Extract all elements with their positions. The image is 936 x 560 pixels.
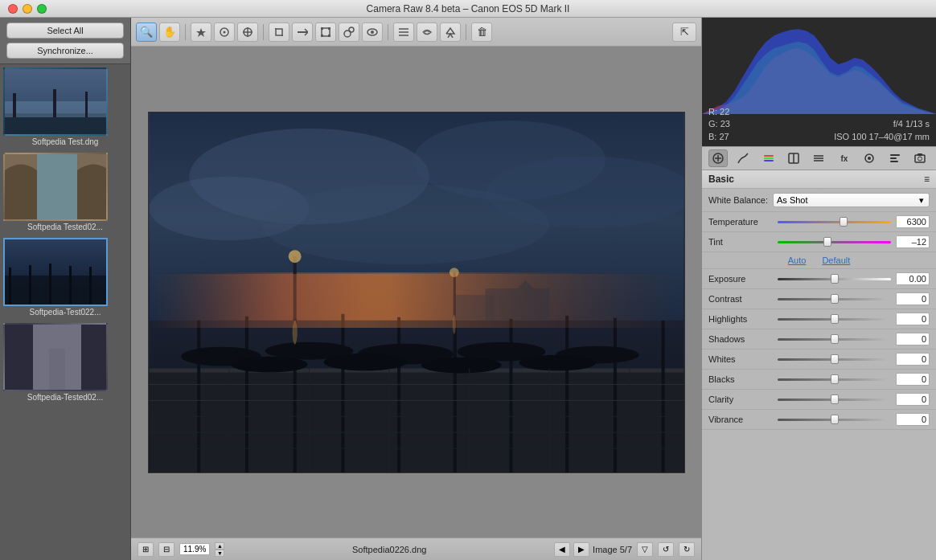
filmstrip-scroll[interactable]: Softpedia Test.dng Softpedia Tested02... — [0, 64, 130, 560]
presets-button[interactable] — [885, 149, 905, 167]
contrast-slider[interactable] — [778, 293, 891, 305]
app-title: Camera Raw 8.4 beta – Canon EOS 5D Mark … — [367, 3, 570, 14]
svg-rect-32 — [328, 35, 330, 37]
list-item[interactable]: Softpedia Test.dng — [3, 67, 127, 146]
transform-button[interactable] — [315, 22, 336, 42]
vibrance-slider[interactable] — [778, 414, 891, 425]
hand-tool-button[interactable]: ✋ — [159, 22, 180, 42]
clarity-slider[interactable] — [778, 394, 891, 405]
svg-rect-57 — [197, 320, 200, 472]
select-all-button[interactable]: Select All — [6, 22, 124, 39]
exposure-slider[interactable] — [778, 273, 891, 284]
panel-options-icon[interactable]: ≡ — [924, 174, 930, 185]
maximize-button[interactable] — [37, 4, 47, 14]
auto-button[interactable]: Auto — [788, 255, 807, 265]
redeye-button[interactable] — [362, 22, 383, 42]
whites-value[interactable]: 0 — [896, 353, 930, 366]
clarity-value[interactable]: 0 — [896, 393, 930, 406]
preferences-button[interactable]: 🗑 — [471, 22, 492, 42]
minimize-button[interactable] — [23, 4, 32, 14]
rotate-button[interactable]: ↻ — [679, 542, 695, 557]
svg-rect-20 — [81, 325, 108, 391]
zoom-up-button[interactable]: ▲ — [215, 542, 224, 550]
tint-label: Tint — [708, 237, 773, 247]
zoom-tool-button[interactable]: 🔍 — [136, 22, 157, 42]
tone-curve-button[interactable] — [733, 149, 753, 167]
view-mode-button[interactable]: ⊞ — [138, 542, 154, 557]
white-balance-select[interactable]: As Shot ▾ — [773, 193, 930, 207]
iso-info: ISO 100 17–40@17 mm — [834, 131, 930, 143]
grad-filter-button[interactable] — [417, 22, 437, 42]
shadows-row: Shadows 0 — [702, 329, 936, 349]
radial-filter-button[interactable] — [440, 22, 461, 42]
next-image-button[interactable]: ▶ — [573, 542, 589, 557]
camera-calibration-button[interactable] — [860, 149, 879, 167]
fx-panel-button[interactable]: fx — [835, 149, 854, 167]
filter-button[interactable]: ▽ — [637, 542, 653, 557]
svg-rect-94 — [764, 157, 774, 159]
hsl-panel-button[interactable] — [759, 149, 778, 167]
list-item[interactable]: Softpedia Tested02... — [3, 153, 127, 231]
temperature-slider[interactable] — [778, 216, 891, 227]
detail-panel-button[interactable] — [809, 149, 828, 167]
list-item[interactable]: Softpedia-Test022... — [3, 238, 127, 317]
shadows-slider[interactable] — [778, 333, 891, 345]
svg-rect-50 — [453, 294, 493, 320]
svg-rect-19 — [5, 325, 33, 391]
window-controls[interactable] — [8, 4, 47, 14]
clarity-label: Clarity — [708, 394, 773, 404]
crop-tool-button[interactable] — [269, 22, 289, 42]
exposure-value[interactable]: 0.00 — [896, 272, 930, 285]
b-value: B: 27 — [708, 131, 730, 143]
blacks-slider[interactable] — [778, 374, 891, 385]
svg-rect-58 — [244, 316, 248, 472]
whites-slider[interactable] — [778, 354, 891, 365]
shadows-value[interactable]: 0 — [896, 333, 930, 345]
targeted-adj-button[interactable] — [237, 22, 258, 42]
close-button[interactable] — [8, 4, 18, 14]
adj-brush-button[interactable] — [393, 22, 414, 42]
filmstrip-item-label: Softpedia Test.dng — [3, 137, 127, 146]
view-toggle-button[interactable]: ⊟ — [158, 542, 174, 557]
fullscreen-button[interactable]: ⇱ — [672, 22, 696, 42]
svg-rect-9 — [37, 154, 77, 221]
svg-point-77 — [452, 314, 455, 333]
basic-section-header: Basic ≡ — [702, 170, 936, 189]
spot-removal-button[interactable] — [339, 22, 359, 42]
contrast-value[interactable]: 0 — [896, 292, 930, 305]
tool-separator-2 — [263, 24, 264, 40]
exposure-label: Exposure — [708, 274, 773, 284]
snapshots-button[interactable] — [910, 149, 930, 167]
svg-rect-104 — [890, 157, 897, 159]
temperature-value[interactable]: 6300 — [896, 215, 930, 228]
tint-value[interactable]: –12 — [896, 235, 930, 248]
default-button[interactable]: Default — [822, 255, 850, 265]
synchronize-button[interactable]: Synchronize... — [6, 43, 124, 59]
svg-rect-27 — [298, 31, 307, 33]
filename-label: Softpedia0226.dng — [229, 545, 549, 554]
zoom-stepper[interactable]: ▲ ▼ — [215, 542, 224, 557]
prev-image-button[interactable]: ◀ — [554, 542, 570, 557]
svg-point-75 — [519, 354, 596, 370]
white-balance-tool-button[interactable] — [191, 22, 211, 42]
svg-rect-31 — [321, 35, 323, 37]
basic-panel-button[interactable] — [708, 149, 728, 167]
list-item[interactable]: Softpedia-Tested02... — [3, 323, 127, 402]
exposure-row: Exposure 0.00 — [702, 269, 936, 289]
shadows-label: Shadows — [708, 334, 773, 344]
color-sampler-button[interactable] — [214, 22, 235, 42]
highlights-value[interactable]: 0 — [896, 313, 930, 325]
wb-label: White Balance: — [708, 195, 773, 205]
vibrance-value[interactable]: 0 — [896, 413, 930, 426]
highlights-slider[interactable] — [778, 313, 891, 325]
straighten-button[interactable] — [292, 22, 313, 42]
vibrance-row: Vibrance 0 — [702, 410, 936, 430]
blacks-value[interactable]: 0 — [896, 373, 930, 386]
contrast-label: Contrast — [708, 294, 773, 304]
tint-slider[interactable] — [778, 236, 891, 247]
compare-button[interactable]: ↺ — [658, 542, 674, 557]
zoom-down-button[interactable]: ▼ — [215, 550, 224, 557]
split-toning-button[interactable] — [784, 149, 803, 167]
thumbnail — [3, 67, 108, 136]
center-area: 🔍 ✋ — [131, 18, 701, 560]
